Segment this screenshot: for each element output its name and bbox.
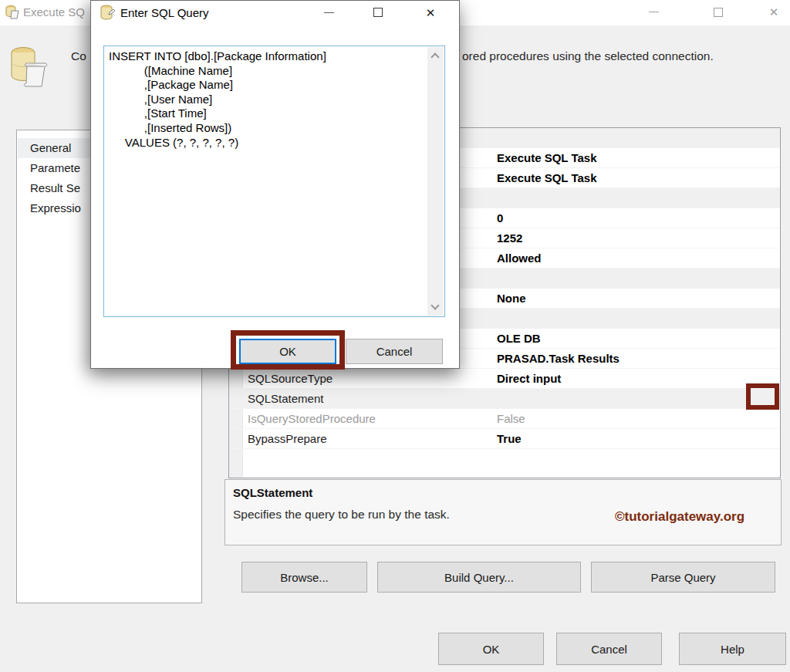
sql-task-icon (5, 5, 21, 20)
help-property-description: Specifies the query to be run by the tas… (233, 508, 450, 522)
close-icon: ✕ (426, 7, 436, 19)
property-value: None (497, 292, 526, 305)
grid-row-isquerystoredprocedure[interactable]: IsQueryStoredProcedure False (229, 409, 780, 429)
property-value: Direct input (497, 372, 561, 385)
minimize-button[interactable] (636, 0, 671, 24)
grid-row-bypassprepare[interactable]: BypassPrepare True (229, 429, 780, 449)
minimize-icon (649, 12, 659, 12)
modal-minimize-button[interactable] (313, 1, 344, 24)
modal-close-button[interactable]: ✕ (415, 1, 446, 24)
property-value: 0 (497, 211, 503, 225)
description-text-left: Co (71, 49, 86, 63)
parse-query-button[interactable]: Parse Query (591, 562, 775, 593)
property-label: BypassPrepare (248, 432, 327, 445)
property-value: False (497, 412, 525, 425)
editor-help-button[interactable]: Help (679, 633, 786, 665)
close-button[interactable]: ✕ (756, 0, 790, 24)
property-value: Execute SQL Task (497, 171, 597, 184)
close-icon: ✕ (769, 6, 779, 18)
execute-sql-task-editor-window: Execute SQ ✕ Co ored procedures using th… (0, 0, 790, 672)
sql-query-icon (100, 5, 116, 22)
property-value: Execute SQL Task (497, 151, 597, 164)
maximize-icon (373, 8, 383, 17)
execute-sql-task-icon (10, 46, 50, 89)
property-value: 1252 (497, 231, 522, 245)
build-query-button[interactable]: Build Query... (377, 562, 581, 593)
property-help-panel: SQLStatement Specifies the query to be r… (225, 479, 782, 545)
maximize-button[interactable] (701, 0, 736, 24)
annotation-ellipsis-highlight (746, 383, 779, 410)
enter-sql-query-dialog: Enter SQL Query ✕ INSERT INTO [dbo].[Pac… (90, 0, 460, 369)
scroll-down-icon[interactable] (430, 301, 439, 309)
editor-cancel-button[interactable]: Cancel (556, 633, 662, 665)
watermark-text: ©tutorialgateway.org (615, 509, 744, 525)
modal-maximize-button[interactable] (363, 1, 393, 24)
editor-ok-button[interactable]: OK (438, 633, 544, 665)
property-label: IsQueryStoredProcedure (248, 412, 376, 425)
property-value: OLE DB (497, 332, 541, 345)
property-label: SQLStatement (248, 392, 323, 405)
maximize-icon (714, 8, 723, 17)
scroll-up-icon[interactable] (430, 52, 439, 61)
minimize-icon (324, 12, 334, 13)
modal-title: Enter SQL Query (120, 6, 209, 19)
grid-row-sqlstatement[interactable]: SQLStatement (229, 389, 780, 409)
browse-button[interactable]: Browse... (241, 562, 367, 593)
property-value: PRASAD.Task Results (497, 352, 620, 365)
description-text-right: ored procedures using the selected conne… (462, 49, 714, 63)
annotation-ok-highlight (231, 330, 345, 370)
background-window-title: Execute SQ (23, 5, 85, 19)
property-value: Allowed (497, 252, 542, 265)
textarea-scrollbar[interactable] (427, 47, 444, 316)
property-value: True (497, 432, 522, 445)
help-property-name: SQLStatement (233, 486, 312, 499)
sql-query-textarea[interactable]: INSERT INTO [dbo].[Package Information] … (103, 46, 445, 317)
property-label: SQLSourceType (248, 372, 333, 385)
sql-query-text: INSERT INTO [dbo].[Package Information] … (109, 49, 326, 150)
modal-cancel-button[interactable]: Cancel (346, 339, 443, 364)
grid-row-sqlsourcetype[interactable]: SQLSourceType Direct input (229, 369, 780, 389)
